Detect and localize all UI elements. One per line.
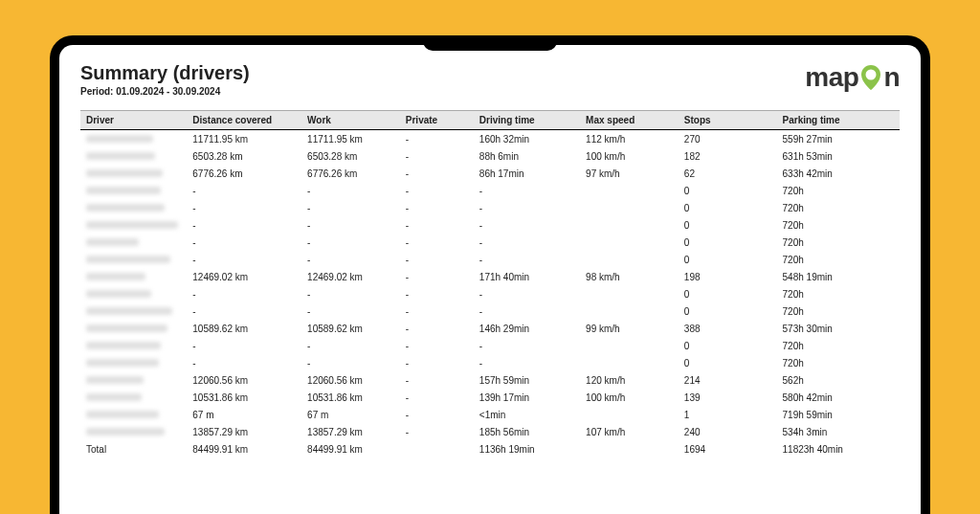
cell-driving: 139h 17min [474, 389, 580, 406]
cell-work: - [301, 199, 400, 216]
cell-stops: 1 [679, 406, 777, 423]
cell-work: 67 m [301, 406, 400, 423]
cell-work: 6776.26 km [301, 165, 400, 182]
blurred-driver-name [86, 256, 170, 263]
blurred-driver-name [86, 187, 161, 194]
cell-maxspeed [580, 354, 679, 371]
cell-maxspeed: 100 km/h [580, 147, 679, 165]
summary-table: Driver Distance covered Work Private Dri… [80, 110, 900, 458]
table-row: 6776.26 km6776.26 km-86h 17min97 km/h626… [80, 165, 900, 182]
cell-driver [80, 130, 187, 148]
cell-total-distance: 84499.91 km [187, 440, 301, 458]
blurred-driver-name [86, 307, 172, 315]
cell-work: 13857.29 km [301, 423, 400, 440]
cell-parking: 534h 3min [777, 423, 900, 440]
cell-driving: - [474, 234, 580, 251]
table-row: 12060.56 km12060.56 km-157h 59min120 km/… [80, 371, 900, 389]
cell-parking: 633h 42min [777, 165, 900, 182]
col-header-private: Private [400, 111, 474, 130]
cell-driver [80, 216, 187, 234]
cell-stops: 214 [679, 371, 777, 389]
cell-private: - [400, 423, 474, 440]
col-header-parking: Parking time [777, 111, 900, 130]
cell-driving: 146h 29min [474, 320, 580, 337]
cell-total-parking: 11823h 40min [777, 440, 900, 458]
cell-driver [80, 371, 187, 389]
cell-stops: 0 [679, 302, 777, 320]
blurred-driver-name [86, 428, 165, 436]
cell-stops: 0 [679, 234, 777, 251]
cell-driver [80, 406, 187, 423]
page-title: Summary (drivers) [80, 62, 250, 84]
cell-parking: 720h [777, 337, 900, 354]
cell-stops: 198 [679, 268, 777, 285]
cell-private: - [400, 354, 474, 371]
col-header-driver: Driver [80, 111, 187, 130]
cell-driver [80, 147, 187, 165]
device-notch [423, 35, 557, 51]
blurred-driver-name [86, 342, 161, 349]
svg-point-0 [866, 70, 877, 80]
cell-work: - [301, 337, 400, 354]
logo-pin-icon [859, 63, 882, 92]
cell-stops: 240 [679, 423, 777, 440]
cell-driving: 185h 56min [474, 423, 580, 440]
blurred-driver-name [86, 290, 151, 298]
cell-parking: 720h [777, 216, 900, 234]
cell-total-maxspeed [580, 440, 679, 458]
cell-parking: 720h [777, 251, 900, 268]
cell-driving: - [474, 354, 580, 371]
cell-distance: 10589.62 km [187, 320, 301, 337]
blurred-driver-name [86, 135, 153, 143]
table-row: 11711.95 km11711.95 km-160h 32min112 km/… [80, 130, 900, 148]
cell-work: - [301, 302, 400, 320]
report-header: Summary (drivers) Period: 01.09.2024 - 3… [80, 62, 900, 97]
cell-private: - [400, 337, 474, 354]
cell-maxspeed [580, 199, 679, 216]
blurred-driver-name [86, 273, 145, 280]
cell-driver [80, 354, 187, 371]
cell-parking: 573h 30min [777, 320, 900, 337]
cell-work: 11711.95 km [301, 130, 400, 148]
cell-work: - [301, 182, 400, 199]
cell-private: - [400, 251, 474, 268]
table-row: 10531.86 km10531.86 km-139h 17min100 km/… [80, 389, 900, 406]
cell-driving: <1min [474, 406, 580, 423]
cell-work: 10531.86 km [301, 389, 400, 406]
cell-driver [80, 182, 187, 199]
logo-suffix: n [883, 62, 900, 93]
blurred-driver-name [86, 221, 178, 229]
cell-driving: - [474, 302, 580, 320]
cell-driving: - [474, 182, 580, 199]
cell-parking: 720h [777, 234, 900, 251]
cell-work: 12469.02 km [301, 268, 400, 285]
cell-distance: - [187, 337, 301, 354]
cell-distance: - [187, 234, 301, 251]
cell-distance: - [187, 199, 301, 216]
cell-maxspeed: 99 km/h [580, 320, 679, 337]
table-row: 10589.62 km10589.62 km-146h 29min99 km/h… [80, 320, 900, 337]
cell-maxspeed: 100 km/h [580, 389, 679, 406]
cell-parking: 631h 53min [777, 147, 900, 165]
cell-stops: 0 [679, 251, 777, 268]
cell-stops: 0 [679, 354, 777, 371]
cell-stops: 388 [679, 320, 777, 337]
blurred-driver-name [86, 411, 159, 418]
cell-distance: 12469.02 km [187, 268, 301, 285]
cell-distance: - [187, 354, 301, 371]
cell-total-stops: 1694 [679, 440, 777, 458]
cell-parking: 720h [777, 199, 900, 216]
cell-maxspeed [580, 406, 679, 423]
title-block: Summary (drivers) Period: 01.09.2024 - 3… [80, 62, 250, 97]
blurred-driver-name [86, 376, 144, 384]
col-header-driving: Driving time [474, 111, 580, 130]
cell-private: - [400, 285, 474, 302]
blurred-driver-name [86, 152, 155, 160]
cell-total-driving: 1136h 19min [474, 440, 580, 458]
blurred-driver-name [86, 393, 142, 401]
cell-stops: 62 [679, 165, 777, 182]
blurred-driver-name [86, 238, 139, 246]
col-header-stops: Stops [679, 111, 777, 130]
cell-driving: 171h 40min [474, 268, 580, 285]
cell-maxspeed: 120 km/h [580, 371, 679, 389]
